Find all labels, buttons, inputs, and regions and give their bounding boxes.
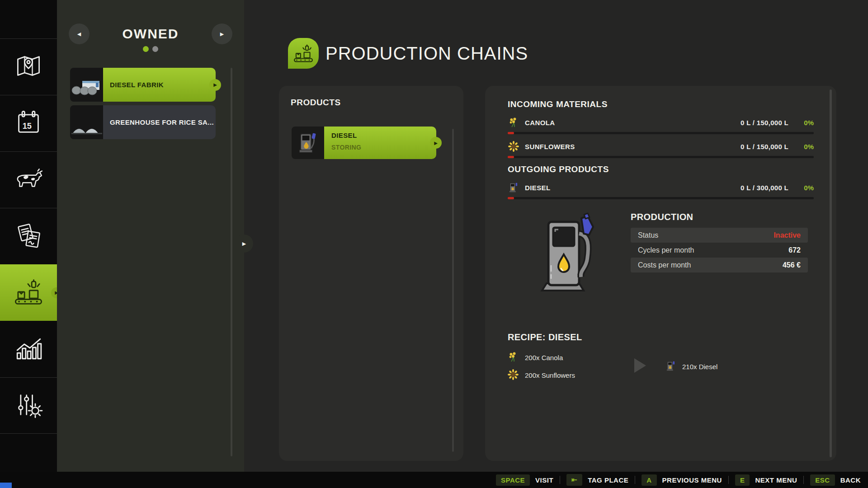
svg-text:15: 15: [23, 122, 32, 131]
status-value: Inactive: [774, 231, 801, 239]
table-row-costs: Costs per month 456 €: [631, 258, 808, 272]
cycles-value: 672: [788, 246, 801, 254]
product-name: DIESEL: [331, 131, 436, 139]
e-key: E: [735, 474, 750, 486]
row-label: Costs per month: [638, 261, 783, 269]
fill-level-indicator: [508, 132, 514, 134]
owned-item-label: GREENHOUSE FOR RICE SA...: [103, 105, 216, 139]
action-label: VISIT: [535, 476, 553, 484]
divider: [560, 476, 560, 484]
fuel-pump-illustration: [530, 212, 598, 293]
recipe-input-canola: 200x Canola: [508, 352, 625, 364]
selected-item-arrow-icon: ▶: [430, 137, 442, 149]
table-row-cycles: Cycles per month 672: [631, 243, 808, 258]
arrow-right-icon: ▶: [220, 31, 224, 37]
production-table: PRODUCTION Status Inactive Cycles per mo…: [631, 212, 808, 293]
recipe-input-label: 200x Sunflowers: [525, 371, 575, 379]
owned-scrollbar[interactable]: [231, 68, 232, 456]
action-label: BACK: [840, 476, 861, 484]
owned-panel: ◀ OWNED ▶: [57, 0, 244, 472]
products-title: PRODUCTS: [291, 98, 341, 108]
owned-list: DIESEL FABRIK ▶ GREENHOUSE FOR RICE SA..…: [70, 68, 216, 139]
recipe-output-label: 210x Diesel: [682, 363, 717, 371]
sunflower-icon: [508, 141, 519, 152]
map-icon: [14, 52, 43, 81]
greenhouse-thumbnail: [70, 105, 103, 139]
canola-icon: [508, 117, 519, 128]
sidebar-item-statistics[interactable]: [0, 321, 57, 377]
a-key: A: [642, 474, 656, 486]
recipe-arrow-icon: [633, 357, 647, 375]
calendar-icon: 15: [14, 109, 43, 138]
fill-level-indicator: [508, 197, 514, 199]
sidebar-item-contracts[interactable]: [0, 208, 57, 264]
material-amount: 0 L / 150,000 L: [741, 143, 788, 150]
row-label: Cycles per month: [638, 246, 788, 254]
space-key: SPACE: [496, 474, 530, 486]
details-panel: INCOMING MATERIALS CANOLA 0 L / 150,000 …: [485, 86, 836, 461]
sidebar-item-map[interactable]: [0, 38, 57, 95]
canola-icon: [508, 352, 519, 364]
sidebar-item-settings[interactable]: [0, 377, 57, 434]
sidebar: 15: [0, 0, 57, 472]
incoming-row-canola: CANOLA 0 L / 150,000 L 0%: [508, 116, 814, 129]
owned-item-label: DIESEL FABRIK: [103, 68, 216, 102]
action-label: NEXT MENU: [755, 476, 797, 484]
sidebar-item-animals[interactable]: [0, 151, 57, 208]
table-row-status: Status Inactive: [631, 228, 808, 243]
action-previous-menu[interactable]: A PREVIOUS MENU: [642, 474, 722, 486]
divider: [728, 476, 729, 484]
material-amount: 0 L / 150,000 L: [741, 119, 788, 127]
divider: [635, 476, 635, 484]
owned-item-greenhouse[interactable]: GREENHOUSE FOR RICE SA...: [70, 105, 216, 139]
action-tag-place[interactable]: ⇤ TAG PLACE: [566, 474, 628, 486]
action-back[interactable]: ESC BACK: [810, 474, 861, 486]
production-chains-icon: [288, 38, 319, 69]
production-block: PRODUCTION Status Inactive Cycles per mo…: [508, 212, 814, 293]
details-scrollbar[interactable]: [830, 89, 832, 457]
main-area: PRODUCTION CHAINS PRODUCTS DIESEL: [244, 0, 868, 472]
recipe-block: RECIPE: DIESEL 200x Canola: [508, 332, 814, 381]
recipe-input-sunflowers: 200x Sunflowers: [508, 369, 625, 381]
page-dot-active[interactable]: [143, 46, 149, 52]
action-next-menu[interactable]: E NEXT MENU: [735, 474, 797, 486]
screen-artifact: [0, 483, 12, 488]
contracts-icon: [14, 222, 43, 251]
bottom-bar: SPACE VISIT ⇤ TAG PLACE A PREVIOUS MENU …: [0, 472, 868, 488]
action-visit[interactable]: SPACE VISIT: [496, 474, 553, 486]
recipe-inputs: 200x Canola: [508, 352, 625, 381]
page-dot[interactable]: [152, 46, 158, 52]
recipe-output-diesel: 210x Diesel: [666, 361, 717, 373]
esc-key: ESC: [810, 474, 835, 486]
material-name: DIESEL: [525, 184, 741, 192]
incoming-materials-title: INCOMING MATERIALS: [508, 99, 814, 109]
next-page-button[interactable]: ▶: [212, 23, 232, 44]
sidebar-item-calendar[interactable]: 15: [0, 95, 57, 151]
page-title: PRODUCTION CHAINS: [326, 43, 528, 64]
production-chains-screen: 15: [0, 0, 868, 488]
production-icon: [14, 278, 43, 307]
fill-level-bar: [508, 132, 814, 134]
owned-item-diesel-fabrik[interactable]: DIESEL FABRIK ▶: [70, 68, 216, 102]
outgoing-row-diesel: DIESEL 0 L / 300,000 L 0%: [508, 181, 814, 194]
incoming-row-sunflowers: SUNFLOWERS 0 L / 150,000 L 0%: [508, 140, 814, 153]
sidebar-item-production[interactable]: ▶: [0, 264, 57, 321]
page-dots: [57, 46, 244, 52]
material-name: SUNFLOWERS: [525, 143, 741, 150]
product-item-diesel[interactable]: DIESEL STORING ▶: [292, 127, 436, 159]
statistics-icon: [14, 335, 43, 364]
fill-level-bar: [508, 156, 814, 158]
product-item-label: DIESEL STORING ▶: [324, 127, 436, 159]
tab-key-icon: ⇤: [566, 474, 582, 486]
cow-icon: [14, 165, 43, 194]
selected-item-arrow-icon: ▶: [209, 79, 221, 91]
recipe-title: RECIPE: DIESEL: [508, 332, 814, 343]
diesel-pump-icon: [666, 361, 676, 373]
divider: [803, 476, 804, 484]
action-label: PREVIOUS MENU: [662, 476, 722, 484]
production-title: PRODUCTION: [631, 212, 808, 222]
action-label: TAG PLACE: [588, 476, 628, 484]
products-scrollbar[interactable]: [452, 129, 454, 452]
settings-sliders-icon: [14, 391, 43, 420]
factory-thumbnail: [70, 68, 103, 102]
